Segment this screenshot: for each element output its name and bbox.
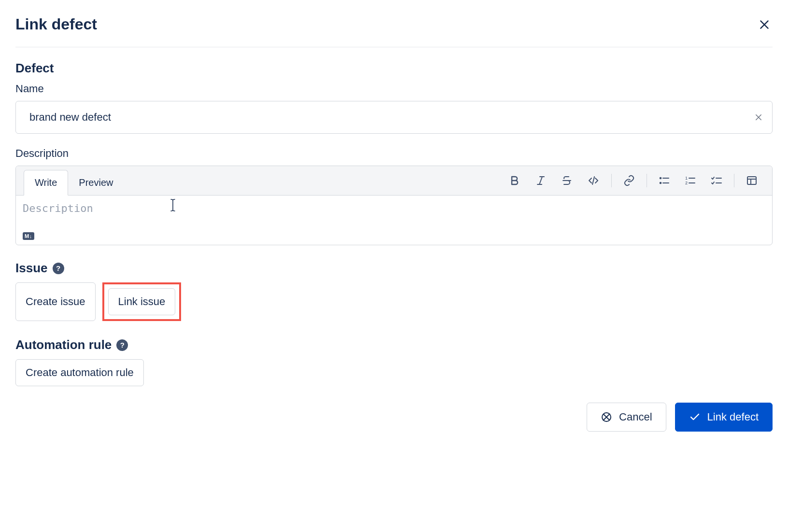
- table-button[interactable]: [743, 172, 760, 189]
- name-input[interactable]: [15, 101, 773, 134]
- italic-icon: [535, 175, 547, 186]
- svg-rect-4: [747, 177, 756, 184]
- code-button[interactable]: [584, 172, 603, 189]
- toolbar-separator: [611, 174, 612, 187]
- issue-section: Issue ? Create issue Link issue: [15, 261, 773, 321]
- bold-button[interactable]: [506, 172, 523, 189]
- defect-section: Defect Name Description Write Preview: [15, 61, 773, 245]
- automation-section: Automation rule ? Create automation rule: [15, 337, 773, 386]
- create-automation-button[interactable]: Create automation rule: [15, 359, 144, 386]
- submit-label: Link defect: [707, 411, 759, 423]
- toolbar-separator: [647, 174, 647, 187]
- cancel-label: Cancel: [619, 411, 652, 423]
- name-input-wrap: [15, 101, 773, 134]
- bullet-list-button[interactable]: [656, 172, 673, 189]
- text-cursor-icon: [169, 198, 170, 211]
- link-button[interactable]: [620, 172, 638, 189]
- checklist-icon: [711, 175, 722, 186]
- italic-button[interactable]: [532, 172, 549, 189]
- submit-button[interactable]: Link defect: [675, 403, 773, 432]
- description-editor: Write Preview: [15, 166, 773, 245]
- svg-point-0: [660, 178, 661, 179]
- bullet-list-icon: [659, 175, 670, 186]
- dialog-title: Link defect: [15, 15, 97, 33]
- help-icon[interactable]: ?: [53, 263, 64, 274]
- strike-button[interactable]: [558, 172, 576, 189]
- clear-name-button[interactable]: [752, 111, 765, 124]
- editor-body: M↓: [16, 196, 772, 245]
- close-button[interactable]: [756, 16, 773, 33]
- dialog-footer: Cancel Link defect: [15, 403, 773, 432]
- automation-buttons: Create automation rule: [15, 359, 773, 386]
- editor-tabs: Write Preview: [24, 166, 506, 195]
- svg-text:1: 1: [685, 176, 688, 181]
- svg-point-1: [660, 182, 661, 184]
- ordered-list-icon: 12: [685, 175, 696, 186]
- strikethrough-icon: [561, 175, 573, 186]
- editor-header: Write Preview: [16, 166, 772, 196]
- automation-heading: Automation rule: [15, 337, 112, 352]
- svg-text:2: 2: [685, 181, 688, 185]
- ordered-list-button[interactable]: 12: [682, 172, 699, 189]
- editor-toolbar: 12: [506, 172, 764, 189]
- tab-write[interactable]: Write: [24, 170, 68, 196]
- link-icon: [623, 175, 635, 186]
- clear-icon: [754, 113, 763, 122]
- table-icon: [746, 175, 758, 186]
- code-icon: [587, 175, 600, 186]
- issue-heading: Issue: [15, 261, 48, 276]
- cancel-icon: [601, 411, 612, 423]
- markdown-badge: M↓: [23, 232, 34, 240]
- check-icon: [689, 411, 701, 423]
- issue-buttons: Create issue Link issue: [15, 282, 773, 321]
- cancel-button[interactable]: Cancel: [587, 403, 666, 432]
- create-issue-button[interactable]: Create issue: [15, 282, 96, 321]
- toolbar-separator: [734, 174, 734, 187]
- defect-heading: Defect: [15, 61, 773, 76]
- link-issue-highlight: Link issue: [102, 282, 182, 321]
- help-icon[interactable]: ?: [116, 339, 128, 351]
- description-textarea[interactable]: [23, 202, 765, 226]
- close-icon: [758, 18, 771, 31]
- name-label: Name: [15, 83, 773, 95]
- checklist-button[interactable]: [708, 172, 725, 189]
- tab-preview[interactable]: Preview: [68, 170, 124, 195]
- link-issue-button[interactable]: Link issue: [108, 288, 176, 315]
- description-label: Description: [15, 147, 773, 160]
- dialog-header: Link defect: [15, 15, 773, 47]
- bold-icon: [509, 175, 521, 186]
